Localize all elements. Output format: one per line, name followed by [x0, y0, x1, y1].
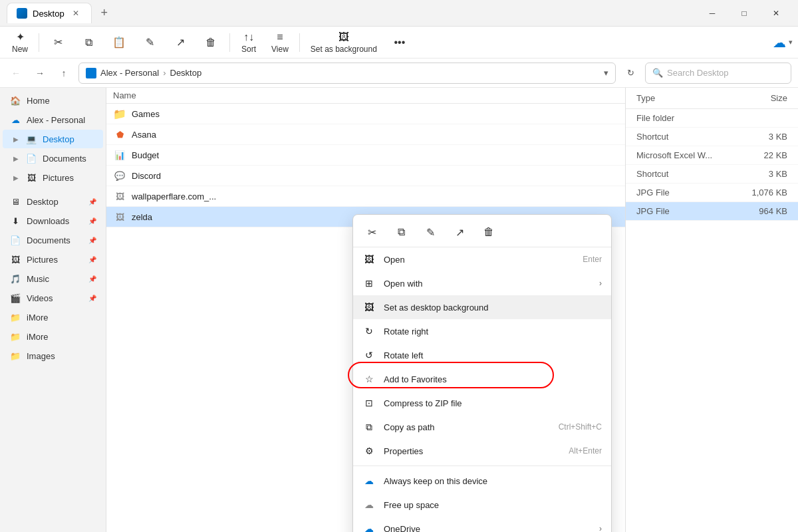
nav-images[interactable]: 📁 Images	[3, 346, 103, 365]
nav-pictures-quick[interactable]: 🖼 Pictures 📌	[3, 250, 103, 269]
file-row-wallpaper[interactable]: 🖼 wallpaperflare.com_...	[106, 186, 625, 207]
more-button[interactable]: •••	[385, 29, 414, 56]
more-icon: •••	[394, 37, 405, 49]
cm-onedrive[interactable]: ☁ OneDrive ›	[353, 517, 611, 532]
share-button[interactable]: ↗	[166, 29, 195, 56]
address-box[interactable]: Alex - Personal › Desktop ▾	[78, 63, 616, 84]
context-menu: ✂ ⧉ ✎ ↗ 🗑 🖼 Open Enter ⊞ Open with › 🖼	[352, 214, 612, 532]
cm-add-favorites[interactable]: ☆ Add to Favorites	[353, 367, 611, 391]
cm-open-with-icon: ⊞	[362, 277, 376, 290]
nav-documents[interactable]: ▶ 📄 Documents	[3, 149, 103, 168]
nav-desktop[interactable]: ▶ 💻 Desktop	[3, 130, 103, 148]
context-menu-icons-row: ✂ ⧉ ✎ ↗ 🗑	[353, 217, 611, 247]
delete-icon: 🗑	[205, 37, 216, 49]
nav-imore1[interactable]: 📁 iMore	[3, 308, 103, 327]
nav-imore2-label: iMore	[27, 332, 49, 342]
nav-pictures[interactable]: ▶ 🖼 Pictures	[3, 168, 103, 187]
set-as-background-button[interactable]: 🖼 Set as background	[304, 29, 384, 56]
search-icon: 🔍	[652, 68, 663, 78]
file-row-asana[interactable]: ⬟ Asana	[106, 124, 625, 145]
nav-music-label: Music	[27, 274, 49, 284]
cm-share-button[interactable]: ↗	[449, 221, 470, 243]
cm-open[interactable]: 🖼 Open Enter	[353, 247, 611, 271]
cm-free-space[interactable]: ☁ Free up space	[353, 493, 611, 517]
column-name-header: Name	[113, 90, 246, 100]
cm-set-background[interactable]: 🖼 Set as desktop background	[353, 295, 611, 319]
paste-button[interactable]: 📋	[104, 29, 134, 56]
sort-label: Sort	[241, 45, 256, 54]
file-name-discord: Discord	[132, 171, 251, 181]
cm-always-keep[interactable]: ☁ Always keep on this device	[353, 469, 611, 493]
cm-copy-button[interactable]: ⧉	[390, 221, 412, 243]
nav-documents-quick[interactable]: 📄 Documents 📌	[3, 231, 103, 249]
rename-icon: ✎	[146, 36, 154, 49]
copy-icon: ⧉	[85, 37, 92, 49]
file-name-games: Games	[132, 109, 251, 119]
refresh-button[interactable]: ↻	[621, 64, 640, 82]
rename-button[interactable]: ✎	[135, 29, 164, 56]
file-list-header: Name	[106, 88, 625, 104]
pin-videos-icon: 📌	[88, 295, 96, 302]
new-button[interactable]: ✦ New	[5, 29, 35, 56]
right-row-3: Microsoft Excel W... 22 KB	[626, 146, 798, 165]
nav-imore2[interactable]: 📁 iMore	[3, 327, 103, 346]
right-type-6: JPG File	[636, 206, 734, 216]
right-row-2: Shortcut 3 KB	[626, 128, 798, 146]
active-tab[interactable]: Desktop ✕	[7, 3, 92, 23]
delete-button[interactable]: 🗑	[196, 29, 225, 56]
file-row-discord[interactable]: 💬 Discord	[106, 166, 625, 186]
right-row-6: JPG File 964 KB	[626, 202, 798, 221]
nav-downloads-label: Downloads	[27, 216, 69, 226]
view-button[interactable]: ≡ View	[265, 29, 295, 56]
sort-button[interactable]: ↑↓ Sort	[234, 29, 263, 56]
file-row-budget[interactable]: 📊 Budget	[106, 145, 625, 166]
cm-copy-path[interactable]: ⧉ Copy as path Ctrl+Shift+C	[353, 415, 611, 439]
paste-icon: 📋	[112, 36, 126, 49]
nav-home[interactable]: 🏠 Home	[3, 91, 103, 110]
search-box[interactable]: 🔍 Search Desktop	[645, 63, 791, 84]
copy-button[interactable]: ⧉	[74, 29, 103, 56]
cm-delete-button[interactable]: 🗑	[478, 221, 499, 243]
cm-onedrive-label: OneDrive	[384, 524, 591, 533]
cut-button[interactable]: ✂	[43, 29, 72, 56]
close-button[interactable]: ✕	[761, 0, 791, 27]
cm-open-icon: 🖼	[362, 253, 376, 266]
nav-music[interactable]: 🎵 Music 📌	[3, 269, 103, 288]
cm-rotate-right[interactable]: ↻ Rotate right	[353, 319, 611, 343]
minimize-button[interactable]: ─	[697, 0, 728, 27]
tab-strip: Desktop ✕ +	[7, 3, 697, 23]
cm-rename-button[interactable]: ✎	[420, 221, 441, 243]
onedrive-chevron[interactable]: ▾	[789, 38, 793, 47]
cm-compress-zip[interactable]: ⊡ Compress to ZIP file	[353, 391, 611, 415]
forward-button[interactable]: →	[31, 64, 49, 82]
cm-properties[interactable]: ⚙ Properties Alt+Enter	[353, 439, 611, 463]
view-label: View	[271, 45, 289, 54]
new-tab-button[interactable]: +	[94, 3, 114, 23]
up-button[interactable]: ↑	[55, 64, 73, 82]
right-panel: Type Size File folder Shortcut 3 KB Micr…	[625, 88, 798, 532]
size-column-header: Size	[734, 93, 787, 103]
cm-cut-button[interactable]: ✂	[361, 221, 382, 243]
file-row-games[interactable]: 📁 Games	[106, 104, 625, 124]
cm-open-with[interactable]: ⊞ Open with ›	[353, 271, 611, 295]
docs-quick-icon: 📄	[9, 234, 21, 246]
folder-games-icon: 📁	[113, 107, 126, 120]
address-chevron-icon[interactable]: ▾	[604, 68, 608, 78]
cm-bg-icon: 🖼	[362, 301, 376, 314]
search-placeholder: Search Desktop	[667, 68, 729, 78]
nav-home-label: Home	[27, 96, 50, 106]
tab-close-button[interactable]: ✕	[70, 7, 82, 19]
desktop-quick-icon: 🖥	[9, 196, 21, 207]
nav-alex-personal[interactable]: ☁ Alex - Personal	[3, 110, 103, 129]
right-size-5: 1,076 KB	[734, 188, 787, 198]
back-button[interactable]: ←	[7, 64, 25, 82]
cm-rotate-left[interactable]: ↺ Rotate left	[353, 343, 611, 367]
cm-onedrive-arrow: ›	[599, 524, 602, 532]
breadcrumb-separator: ›	[163, 68, 166, 78]
nav-desktop-quick[interactable]: 🖥 Desktop 📌	[3, 192, 103, 211]
expand-arrow-pics-icon: ▶	[13, 174, 19, 182]
maximize-button[interactable]: □	[729, 0, 759, 27]
nav-downloads[interactable]: ⬇ Downloads 📌	[3, 211, 103, 230]
nav-videos[interactable]: 🎬 Videos 📌	[3, 289, 103, 307]
onedrive-icon: ☁	[773, 35, 786, 51]
